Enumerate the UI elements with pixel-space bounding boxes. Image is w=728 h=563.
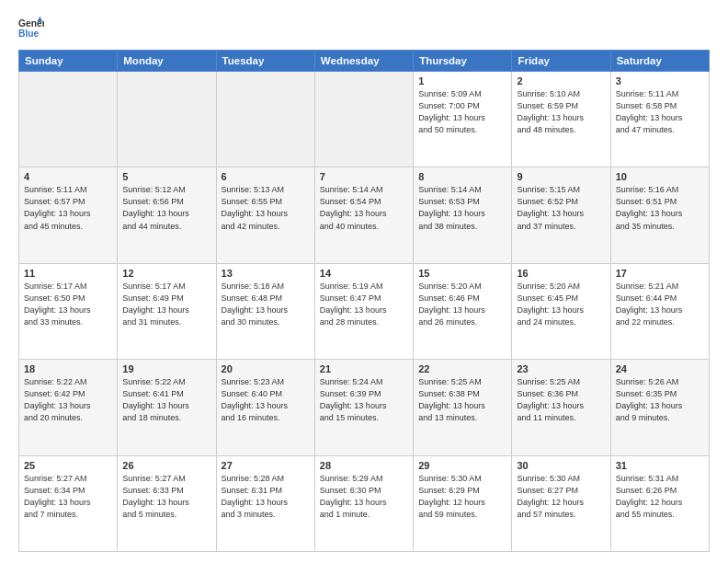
day-number: 15 bbox=[418, 268, 506, 279]
day-number: 1 bbox=[418, 75, 506, 86]
calendar-cell: 12Sunrise: 5:17 AM Sunset: 6:49 PM Dayli… bbox=[118, 263, 216, 359]
calendar-cell: 31Sunrise: 5:31 AM Sunset: 6:26 PM Dayli… bbox=[610, 455, 709, 551]
page: General Blue SundayMondayTuesdayWednesda… bbox=[0, 0, 728, 563]
day-info: Sunrise: 5:14 AM Sunset: 6:54 PM Dayligh… bbox=[320, 184, 408, 232]
day-number: 10 bbox=[616, 171, 704, 182]
logo: General Blue bbox=[18, 15, 44, 40]
weekday-header-sunday: Sunday bbox=[19, 51, 118, 72]
calendar-cell: 25Sunrise: 5:27 AM Sunset: 6:34 PM Dayli… bbox=[19, 455, 118, 551]
calendar-cell: 16Sunrise: 5:20 AM Sunset: 6:45 PM Dayli… bbox=[512, 263, 610, 359]
weekday-header-saturday: Saturday bbox=[610, 51, 709, 72]
calendar-cell bbox=[216, 72, 314, 167]
calendar-cell: 23Sunrise: 5:25 AM Sunset: 6:36 PM Dayli… bbox=[512, 360, 610, 455]
day-info: Sunrise: 5:20 AM Sunset: 6:46 PM Dayligh… bbox=[418, 281, 506, 328]
svg-text:Blue: Blue bbox=[18, 29, 40, 39]
day-number: 22 bbox=[418, 363, 506, 374]
logo-icon: General Blue bbox=[18, 15, 44, 40]
day-number: 18 bbox=[24, 363, 112, 374]
day-info: Sunrise: 5:24 AM Sunset: 6:39 PM Dayligh… bbox=[320, 376, 408, 424]
day-info: Sunrise: 5:25 AM Sunset: 6:36 PM Dayligh… bbox=[517, 376, 605, 424]
day-info: Sunrise: 5:23 AM Sunset: 6:40 PM Dayligh… bbox=[222, 376, 310, 424]
calendar-cell: 6Sunrise: 5:13 AM Sunset: 6:55 PM Daylig… bbox=[216, 167, 314, 263]
calendar-cell: 8Sunrise: 5:14 AM Sunset: 6:53 PM Daylig… bbox=[414, 167, 512, 263]
calendar-table: SundayMondayTuesdayWednesdayThursdayFrid… bbox=[18, 50, 710, 552]
calendar-cell: 3Sunrise: 5:11 AM Sunset: 6:58 PM Daylig… bbox=[610, 72, 709, 167]
day-number: 28 bbox=[320, 460, 408, 471]
calendar-cell: 15Sunrise: 5:20 AM Sunset: 6:46 PM Dayli… bbox=[414, 263, 512, 359]
day-info: Sunrise: 5:19 AM Sunset: 6:47 PM Dayligh… bbox=[320, 281, 408, 328]
calendar-cell: 5Sunrise: 5:12 AM Sunset: 6:56 PM Daylig… bbox=[118, 167, 216, 263]
calendar-cell: 28Sunrise: 5:29 AM Sunset: 6:30 PM Dayli… bbox=[314, 455, 413, 551]
day-info: Sunrise: 5:16 AM Sunset: 6:51 PM Dayligh… bbox=[616, 184, 704, 232]
day-number: 6 bbox=[222, 171, 310, 182]
day-number: 20 bbox=[222, 363, 310, 374]
day-number: 14 bbox=[320, 268, 408, 279]
calendar-week-1: 1Sunrise: 5:09 AM Sunset: 7:00 PM Daylig… bbox=[19, 72, 710, 167]
calendar-header-row: SundayMondayTuesdayWednesdayThursdayFrid… bbox=[19, 51, 710, 72]
calendar-cell: 9Sunrise: 5:15 AM Sunset: 6:52 PM Daylig… bbox=[512, 167, 610, 263]
calendar-week-2: 4Sunrise: 5:11 AM Sunset: 6:57 PM Daylig… bbox=[19, 167, 710, 263]
day-info: Sunrise: 5:21 AM Sunset: 6:44 PM Dayligh… bbox=[616, 281, 704, 328]
calendar-cell: 17Sunrise: 5:21 AM Sunset: 6:44 PM Dayli… bbox=[610, 263, 709, 359]
day-info: Sunrise: 5:09 AM Sunset: 7:00 PM Dayligh… bbox=[418, 88, 506, 136]
weekday-header-friday: Friday bbox=[512, 51, 610, 72]
weekday-header-monday: Monday bbox=[118, 51, 216, 72]
calendar-cell bbox=[118, 72, 216, 167]
calendar-cell: 4Sunrise: 5:11 AM Sunset: 6:57 PM Daylig… bbox=[19, 167, 118, 263]
day-info: Sunrise: 5:17 AM Sunset: 6:50 PM Dayligh… bbox=[24, 281, 112, 328]
day-info: Sunrise: 5:26 AM Sunset: 6:35 PM Dayligh… bbox=[616, 376, 704, 424]
day-number: 4 bbox=[24, 171, 112, 182]
day-number: 23 bbox=[517, 363, 605, 374]
day-number: 11 bbox=[24, 268, 112, 279]
calendar-cell: 22Sunrise: 5:25 AM Sunset: 6:38 PM Dayli… bbox=[414, 360, 512, 455]
calendar-cell bbox=[314, 72, 413, 167]
calendar-cell bbox=[19, 72, 118, 167]
calendar-cell: 10Sunrise: 5:16 AM Sunset: 6:51 PM Dayli… bbox=[610, 167, 709, 263]
day-info: Sunrise: 5:11 AM Sunset: 6:57 PM Dayligh… bbox=[24, 184, 112, 232]
calendar-cell: 13Sunrise: 5:18 AM Sunset: 6:48 PM Dayli… bbox=[216, 263, 314, 359]
calendar-cell: 14Sunrise: 5:19 AM Sunset: 6:47 PM Dayli… bbox=[314, 263, 413, 359]
day-number: 17 bbox=[616, 268, 704, 279]
day-info: Sunrise: 5:27 AM Sunset: 6:33 PM Dayligh… bbox=[122, 473, 210, 521]
day-info: Sunrise: 5:17 AM Sunset: 6:49 PM Dayligh… bbox=[122, 281, 210, 328]
day-info: Sunrise: 5:10 AM Sunset: 6:59 PM Dayligh… bbox=[517, 88, 605, 136]
day-number: 3 bbox=[616, 75, 704, 86]
day-number: 13 bbox=[222, 268, 310, 279]
day-number: 30 bbox=[517, 460, 605, 471]
day-number: 19 bbox=[122, 363, 210, 374]
day-info: Sunrise: 5:30 AM Sunset: 6:29 PM Dayligh… bbox=[418, 473, 506, 521]
calendar-cell: 27Sunrise: 5:28 AM Sunset: 6:31 PM Dayli… bbox=[216, 455, 314, 551]
calendar-cell: 20Sunrise: 5:23 AM Sunset: 6:40 PM Dayli… bbox=[216, 360, 314, 455]
day-info: Sunrise: 5:13 AM Sunset: 6:55 PM Dayligh… bbox=[222, 184, 310, 232]
day-info: Sunrise: 5:14 AM Sunset: 6:53 PM Dayligh… bbox=[418, 184, 506, 232]
calendar-week-5: 25Sunrise: 5:27 AM Sunset: 6:34 PM Dayli… bbox=[19, 455, 710, 551]
day-number: 2 bbox=[517, 75, 605, 86]
calendar-cell: 1Sunrise: 5:09 AM Sunset: 7:00 PM Daylig… bbox=[414, 72, 512, 167]
calendar-cell: 21Sunrise: 5:24 AM Sunset: 6:39 PM Dayli… bbox=[314, 360, 413, 455]
day-number: 24 bbox=[616, 363, 704, 374]
day-number: 26 bbox=[122, 460, 210, 471]
day-number: 5 bbox=[122, 171, 210, 182]
day-info: Sunrise: 5:30 AM Sunset: 6:27 PM Dayligh… bbox=[517, 473, 605, 521]
day-info: Sunrise: 5:18 AM Sunset: 6:48 PM Dayligh… bbox=[222, 281, 310, 328]
calendar-cell: 30Sunrise: 5:30 AM Sunset: 6:27 PM Dayli… bbox=[512, 455, 610, 551]
day-number: 27 bbox=[222, 460, 310, 471]
day-info: Sunrise: 5:20 AM Sunset: 6:45 PM Dayligh… bbox=[517, 281, 605, 328]
day-number: 21 bbox=[320, 363, 408, 374]
calendar-cell: 7Sunrise: 5:14 AM Sunset: 6:54 PM Daylig… bbox=[314, 167, 413, 263]
day-number: 8 bbox=[418, 171, 506, 182]
calendar-week-4: 18Sunrise: 5:22 AM Sunset: 6:42 PM Dayli… bbox=[19, 360, 710, 455]
calendar-cell: 19Sunrise: 5:22 AM Sunset: 6:41 PM Dayli… bbox=[118, 360, 216, 455]
day-number: 31 bbox=[616, 460, 704, 471]
day-number: 29 bbox=[418, 460, 506, 471]
day-number: 9 bbox=[517, 171, 605, 182]
day-info: Sunrise: 5:31 AM Sunset: 6:26 PM Dayligh… bbox=[616, 473, 704, 521]
calendar-cell: 11Sunrise: 5:17 AM Sunset: 6:50 PM Dayli… bbox=[19, 263, 118, 359]
day-info: Sunrise: 5:28 AM Sunset: 6:31 PM Dayligh… bbox=[222, 473, 310, 521]
day-info: Sunrise: 5:12 AM Sunset: 6:56 PM Dayligh… bbox=[122, 184, 210, 232]
day-number: 12 bbox=[122, 268, 210, 279]
weekday-header-thursday: Thursday bbox=[414, 51, 512, 72]
day-number: 7 bbox=[320, 171, 408, 182]
calendar-week-3: 11Sunrise: 5:17 AM Sunset: 6:50 PM Dayli… bbox=[19, 263, 710, 359]
calendar-cell: 26Sunrise: 5:27 AM Sunset: 6:33 PM Dayli… bbox=[118, 455, 216, 551]
